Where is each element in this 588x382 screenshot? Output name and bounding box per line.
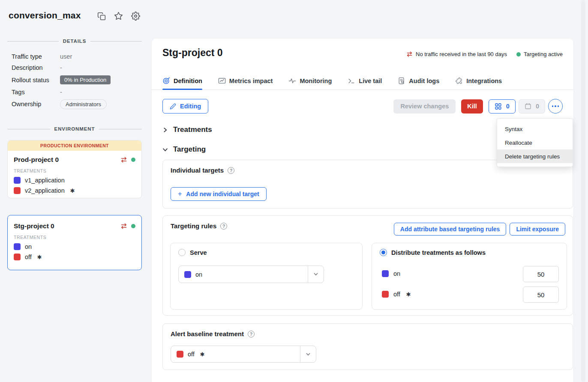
traffic-type-value: user bbox=[60, 53, 72, 60]
traffic-type-label: Traffic type bbox=[12, 53, 60, 60]
schedule-count-button[interactable]: 0 bbox=[519, 99, 545, 113]
details-list: Traffic type user Description - Rollout … bbox=[12, 51, 142, 110]
rules-count-button[interactable]: 0 bbox=[489, 99, 516, 113]
integrations-icon bbox=[455, 77, 463, 85]
treatment-color-swatch bbox=[184, 271, 191, 278]
treatment-color-swatch bbox=[382, 291, 389, 298]
add-individual-target-button[interactable]: + Add new individual target bbox=[171, 187, 267, 201]
tab-definition[interactable]: Definition bbox=[162, 72, 202, 90]
treatment-color-swatch bbox=[14, 187, 21, 194]
environment-card-prod[interactable]: PRODUCTION ENVIRONMENT Prod-project 0 TR… bbox=[7, 140, 142, 198]
description-label: Description bbox=[12, 64, 60, 71]
alert-baseline-select[interactable]: off ✱ bbox=[171, 346, 316, 363]
ownership-label: Ownership bbox=[12, 101, 60, 107]
distribute-row-on: on bbox=[382, 270, 400, 277]
treatment-name: off bbox=[393, 291, 400, 298]
description-value: - bbox=[60, 64, 62, 71]
tags-value: - bbox=[60, 89, 62, 96]
status-row: No traffic received in the last 90 days … bbox=[406, 51, 563, 57]
distribute-radio-option[interactable]: Distribute treatments as follows bbox=[380, 249, 486, 256]
toolbar: Editing Review changes Kill 0 0 bbox=[162, 99, 563, 113]
treatment-name: v1_application bbox=[25, 177, 65, 184]
individual-targets-card: Individual targets ? + Add new individua… bbox=[162, 160, 573, 209]
select-chevron-zone[interactable] bbox=[308, 266, 324, 283]
environment-active-dot bbox=[131, 158, 135, 162]
default-treatment-icon: ✱ bbox=[70, 188, 75, 194]
targeting-section-toggle[interactable]: Targeting bbox=[162, 145, 206, 154]
help-icon[interactable]: ? bbox=[248, 331, 255, 337]
distribute-percent-input-off[interactable] bbox=[523, 286, 559, 303]
environment-name: Stg-project 0 bbox=[14, 222, 120, 230]
targeting-rules-title: Targeting rules bbox=[171, 222, 216, 230]
tab-integrations[interactable]: Integrations bbox=[455, 72, 502, 90]
gear-icon[interactable] bbox=[131, 12, 140, 21]
treatment-row: v2_application ✱ bbox=[14, 187, 135, 194]
detail-row-traffic-type: Traffic type user bbox=[12, 51, 142, 62]
tab-monitoring[interactable]: Monitoring bbox=[288, 72, 332, 90]
star-icon[interactable] bbox=[114, 12, 123, 21]
detail-row-rollout-status: Rollout status 0% in Production bbox=[12, 73, 142, 87]
treatments-section-toggle[interactable]: Treatments bbox=[162, 125, 212, 134]
detail-row-ownership: Ownership Administrators bbox=[12, 98, 142, 110]
chevron-down-icon bbox=[306, 352, 311, 356]
grid-icon bbox=[495, 103, 502, 110]
definition-icon bbox=[162, 77, 170, 85]
chevron-down-icon bbox=[313, 272, 318, 276]
serve-radio-option[interactable]: Serve bbox=[178, 249, 207, 256]
distribute-percent-input-on[interactable] bbox=[523, 266, 559, 282]
detail-row-description: Description - bbox=[12, 62, 142, 73]
menu-item-delete-targeting-rules[interactable]: Delete targeting rules bbox=[497, 149, 573, 163]
help-icon[interactable]: ? bbox=[228, 167, 234, 174]
tab-live-tail[interactable]: Live tail bbox=[348, 72, 382, 90]
editing-button[interactable]: Editing bbox=[162, 99, 208, 113]
swap-arrows-icon bbox=[120, 156, 127, 163]
kill-button[interactable]: Kill bbox=[461, 99, 483, 113]
treatment-name: on bbox=[393, 270, 400, 277]
page-scrollbar[interactable] bbox=[581, 0, 585, 382]
treatments-subheading: TREATMENTS bbox=[14, 168, 135, 173]
radio-checked-icon[interactable] bbox=[380, 249, 387, 256]
environment-active-dot bbox=[131, 224, 135, 228]
more-options-button[interactable] bbox=[548, 99, 563, 113]
limit-exposure-button[interactable]: Limit exposure bbox=[510, 223, 565, 236]
tab-audit-logs[interactable]: Audit logs bbox=[398, 72, 439, 90]
environment-card-stg-selected[interactable]: Stg-project 0 TREATMENTS on off ✱ bbox=[7, 215, 142, 270]
calendar-icon bbox=[525, 103, 531, 110]
review-changes-button[interactable]: Review changes bbox=[393, 99, 456, 113]
default-treatment-icon: ✱ bbox=[406, 291, 411, 298]
copy-icon[interactable] bbox=[97, 12, 106, 21]
distribute-panel: Distribute treatments as follows on off … bbox=[372, 243, 567, 310]
treatment-color-swatch bbox=[382, 270, 389, 277]
select-chevron-zone[interactable] bbox=[300, 346, 316, 362]
treatment-row: v1_application bbox=[14, 177, 135, 184]
add-attribute-rules-button[interactable]: Add attribute based targeting rules bbox=[394, 223, 507, 236]
tab-metrics-impact[interactable]: Metrics impact bbox=[218, 72, 273, 90]
treatment-row: off ✱ bbox=[14, 254, 135, 260]
chevron-down-icon bbox=[162, 147, 168, 152]
targeting-rules-card: Targeting rules ? Add attribute based ta… bbox=[162, 215, 573, 316]
radio-unchecked-icon[interactable] bbox=[178, 249, 186, 256]
serve-treatment-select[interactable]: on bbox=[178, 266, 324, 283]
default-treatment-icon: ✱ bbox=[200, 351, 205, 358]
metrics-impact-icon bbox=[218, 77, 226, 85]
page-title: conversion_max bbox=[9, 10, 81, 21]
alert-baseline-card: Alert baseline treatment ? off ✱ bbox=[162, 323, 573, 370]
rollout-status-badge: 0% in Production bbox=[60, 75, 111, 84]
swap-arrows-icon bbox=[406, 51, 413, 57]
environment-name: Prod-project 0 bbox=[14, 156, 120, 164]
live-tail-icon bbox=[348, 77, 355, 85]
serve-selected-value: on bbox=[195, 271, 202, 278]
help-icon[interactable]: ? bbox=[220, 223, 227, 230]
targeting-active-dot bbox=[516, 52, 521, 57]
targeting-status-text: Targeting active bbox=[524, 51, 563, 57]
menu-item-reallocate[interactable]: Reallocate bbox=[497, 136, 573, 149]
ownership-pill[interactable]: Administrators bbox=[60, 99, 107, 109]
tab-bar: Definition Metrics impact Monitoring Liv… bbox=[152, 72, 573, 90]
environment-section-header: ENVIRONMENT bbox=[7, 126, 142, 131]
menu-item-syntax[interactable]: Syntax bbox=[497, 122, 573, 136]
ellipsis-icon bbox=[552, 105, 554, 107]
more-options-menu: Syntax Reallocate Delete targeting rules bbox=[497, 118, 573, 167]
swap-arrows-icon bbox=[120, 223, 127, 230]
treatment-name: v2_application bbox=[25, 187, 65, 194]
serve-panel: Serve on bbox=[170, 243, 363, 310]
